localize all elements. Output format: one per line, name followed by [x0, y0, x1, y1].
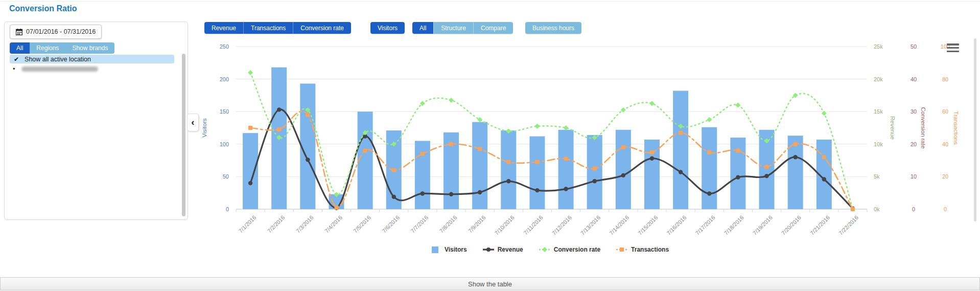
legend-marker-revenue [482, 246, 495, 253]
conversion-rate-point[interactable] [248, 70, 253, 75]
visitors-bar[interactable] [415, 141, 430, 209]
conversion-rate-point[interactable] [564, 125, 569, 130]
transactions-point[interactable] [679, 131, 683, 135]
revenue-point[interactable] [449, 192, 453, 196]
x-axis-date-label: 7/3/2016 [295, 214, 315, 234]
transactions-point[interactable] [822, 155, 826, 159]
transactions-point[interactable] [363, 149, 367, 153]
transactions-point[interactable] [449, 142, 453, 146]
revenue-axis-tick-label: 20k [874, 76, 883, 82]
legend-item-visitors[interactable]: Visitors [429, 246, 467, 253]
revenue-button[interactable]: Revenue [204, 22, 243, 34]
top-divider [0, 1, 980, 2]
tab-regions[interactable]: Regions [30, 42, 65, 54]
transactions-point[interactable] [707, 150, 711, 154]
transactions-point[interactable] [621, 145, 625, 149]
page-scrollbar[interactable] [974, 38, 976, 221]
visitors-button[interactable]: Visitors [370, 22, 405, 34]
legend-item-revenue[interactable]: Revenue [482, 246, 523, 253]
transactions-point[interactable] [506, 160, 510, 164]
check-icon: ✔ [14, 56, 19, 63]
revenue-point[interactable] [392, 195, 396, 199]
revenue-point[interactable] [650, 156, 654, 161]
revenue-point[interactable] [593, 179, 597, 183]
conversion-rate-point[interactable] [707, 117, 712, 122]
view-compare-button[interactable]: Compare [473, 22, 513, 34]
conversion-axis-tick-label: 40 [911, 76, 917, 82]
transactions-axis-tick-label: 0 [944, 206, 947, 212]
view-all-button[interactable]: All [412, 22, 433, 34]
chart-menu-icon[interactable] [947, 43, 959, 52]
visitors-bar[interactable] [616, 130, 631, 209]
visitors-bar[interactable] [472, 122, 487, 209]
visitors-axis-tick-label: 200 [220, 76, 229, 82]
tab-show-brands[interactable]: Show brands [65, 42, 114, 54]
transactions-button[interactable]: Transactions [243, 22, 293, 34]
revenue-point[interactable] [679, 170, 683, 174]
transactions-point[interactable] [248, 126, 252, 130]
visitors-bar[interactable] [243, 133, 258, 209]
revenue-point[interactable] [421, 191, 425, 195]
x-axis-date-label: 7/13/2016 [579, 214, 601, 236]
transactions-point[interactable] [593, 167, 597, 171]
transactions-point[interactable] [392, 168, 396, 172]
revenue-point[interactable] [822, 177, 826, 181]
visitors-bar[interactable] [358, 111, 373, 209]
conversion-axis-tick-label: 10 [911, 173, 917, 180]
transactions-point[interactable] [564, 156, 568, 161]
transactions-point[interactable] [736, 149, 740, 153]
transactions-point[interactable] [794, 142, 798, 146]
visitors-bar[interactable] [529, 137, 545, 209]
visitors-bar[interactable] [558, 130, 574, 209]
revenue-point[interactable] [621, 173, 625, 177]
sidebar-scrollbar[interactable] [182, 54, 185, 216]
revenue-point[interactable] [478, 190, 482, 194]
page-title: Conversion Ratio [9, 4, 77, 13]
date-range-picker[interactable]: 07/01/2016 - 07/31/2016 [10, 25, 102, 39]
conversion-rate-point[interactable] [735, 102, 740, 107]
view-structure-button[interactable]: Structure [433, 22, 473, 34]
visitors-bar[interactable] [501, 130, 516, 209]
conversion-rate-point[interactable] [534, 124, 540, 129]
transactions-point[interactable] [650, 150, 654, 154]
transactions-point[interactable] [478, 147, 482, 151]
transactions-point[interactable] [277, 127, 281, 131]
revenue-point[interactable] [764, 174, 768, 178]
location-list-item[interactable]: • [13, 65, 98, 73]
visitors-bar[interactable] [702, 127, 717, 209]
revenue-point[interactable] [277, 107, 281, 111]
revenue-point[interactable] [793, 155, 797, 159]
show-all-active-location-item[interactable]: ✔ Show all active location [10, 55, 174, 63]
legend-item-conversion-rate[interactable]: Conversion rate [539, 246, 600, 253]
legend-item-transactions[interactable]: Transactions [616, 246, 669, 253]
location-filter-tabs: All Regions Show brands [10, 42, 114, 54]
legend-label-visitors: Visitors [445, 246, 467, 253]
transactions-point[interactable] [851, 207, 855, 211]
transactions-point[interactable] [421, 152, 425, 156]
conversion-axis-tick-label: 0 [912, 206, 915, 212]
chart-legend: VisitorsRevenueConversion rateTransactio… [231, 246, 867, 253]
tab-all-locations[interactable]: All [10, 42, 30, 54]
transactions-point[interactable] [535, 160, 539, 164]
revenue-point[interactable] [535, 188, 539, 192]
transactions-point[interactable] [765, 165, 769, 169]
visitors-bar[interactable] [673, 91, 688, 209]
visitors-bar[interactable] [730, 138, 745, 209]
revenue-point[interactable] [564, 187, 568, 191]
visitors-bar[interactable] [644, 140, 660, 209]
transactions-point[interactable] [306, 113, 310, 117]
revenue-point[interactable] [506, 179, 510, 183]
business-hours-button[interactable]: Business hours [525, 22, 581, 34]
visitors-bar[interactable] [300, 84, 315, 209]
sidebar-collapse-button[interactable]: ‹ [187, 114, 199, 131]
revenue-point[interactable] [248, 181, 252, 185]
visitors-bar[interactable] [587, 135, 602, 209]
conversion-rate-point[interactable] [449, 98, 454, 103]
conversion-rate-point[interactable] [649, 101, 655, 106]
revenue-point[interactable] [736, 175, 740, 179]
revenue-point[interactable] [707, 191, 711, 195]
transactions-point[interactable] [334, 206, 338, 210]
revenue-point[interactable] [306, 158, 310, 162]
conversion-rate-button[interactable]: Conversion rate [293, 22, 351, 34]
show-table-button[interactable]: Show the table [0, 277, 980, 290]
